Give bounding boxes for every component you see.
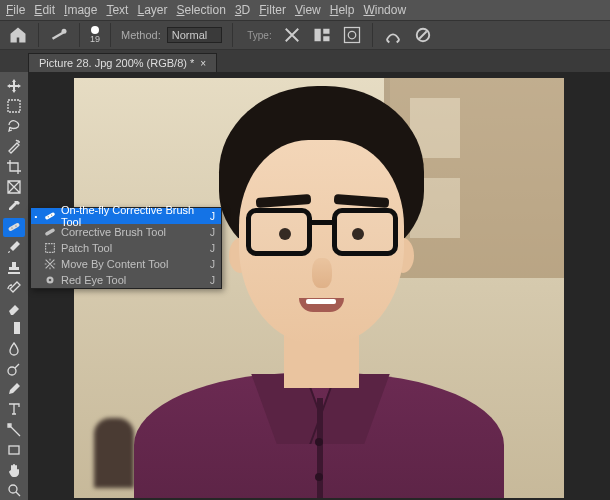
method-control: Method: Normal: [121, 27, 222, 43]
close-icon[interactable]: ×: [200, 58, 206, 69]
brush-preview-icon: [91, 26, 99, 34]
image-button: [315, 473, 323, 481]
svg-rect-9: [8, 223, 20, 232]
menu-filter[interactable]: Filter: [259, 3, 286, 17]
type-option-a[interactable]: [282, 25, 302, 45]
svg-point-19: [51, 215, 52, 216]
separator: [232, 23, 233, 47]
flyout-item-label: Red Eye Tool: [61, 274, 126, 286]
svg-point-11: [15, 226, 16, 227]
menu-bar: File Edit Image Text Layer Selection 3D …: [0, 0, 610, 20]
blur-tool[interactable]: [3, 339, 25, 358]
separator: [38, 23, 39, 47]
flyout-item[interactable]: Corrective Brush ToolJ: [31, 224, 221, 240]
tool-flyout-menu: •On-the-fly Corrective Brush ToolJCorrec…: [30, 207, 222, 289]
menu-edit[interactable]: Edit: [34, 3, 55, 17]
separator: [372, 23, 373, 47]
marquee-tool[interactable]: [3, 96, 25, 115]
pen-tool[interactable]: [3, 380, 25, 399]
flyout-item-label: Move By Content Tool: [61, 258, 168, 270]
brush-size-picker[interactable]: 19: [90, 26, 100, 44]
document-tab-bar: Picture 28. Jpg 200% (RGB/8) * ×: [0, 50, 610, 72]
svg-point-18: [48, 216, 49, 217]
method-select[interactable]: Normal: [167, 27, 222, 43]
svg-rect-3: [323, 29, 329, 34]
image-button: [315, 438, 323, 446]
image-placket: [317, 398, 323, 498]
method-label: Method:: [121, 29, 161, 41]
diffusion-icon[interactable]: [413, 25, 433, 45]
svg-point-6: [348, 31, 356, 39]
frame-tool[interactable]: [3, 177, 25, 196]
image-bg-person: [94, 418, 134, 488]
svg-rect-17: [45, 212, 56, 220]
path-select-tool[interactable]: [3, 420, 25, 439]
svg-rect-15: [9, 446, 19, 454]
hand-tool[interactable]: [3, 460, 25, 479]
flyout-item-label: Patch Tool: [61, 242, 112, 254]
menu-image[interactable]: Image: [64, 3, 97, 17]
history-brush-tool[interactable]: [3, 278, 25, 297]
healing-brush-tool[interactable]: [3, 218, 25, 237]
svg-rect-13: [8, 322, 14, 334]
dodge-tool[interactable]: [3, 359, 25, 378]
separator: [110, 23, 111, 47]
pressure-icon[interactable]: [383, 25, 403, 45]
svg-rect-4: [323, 36, 329, 41]
svg-rect-5: [344, 28, 359, 43]
bandage2-icon: [43, 225, 57, 239]
menu-view[interactable]: View: [295, 3, 321, 17]
menu-selection[interactable]: Selection: [176, 3, 225, 17]
flyout-item[interactable]: Red Eye ToolJ: [31, 272, 221, 288]
flyout-shortcut: J: [210, 275, 215, 286]
menu-layer[interactable]: Layer: [137, 3, 167, 17]
bandage-icon: [43, 209, 57, 223]
image-glasses: [246, 208, 398, 256]
movecontent-icon: [43, 257, 57, 271]
crop-tool[interactable]: [3, 157, 25, 176]
svg-rect-2: [314, 29, 320, 42]
svg-rect-8: [8, 100, 20, 112]
redeye-icon: [43, 273, 57, 287]
menu-file[interactable]: File: [6, 3, 25, 17]
patch-icon: [43, 241, 57, 255]
image-teeth: [306, 299, 336, 304]
eraser-tool[interactable]: [3, 299, 25, 318]
svg-rect-21: [46, 244, 55, 253]
zoom-tool[interactable]: [3, 481, 25, 500]
brush-tool[interactable]: [3, 238, 25, 257]
brush-size-value: 19: [90, 34, 100, 44]
type-tool[interactable]: [3, 400, 25, 419]
flyout-shortcut: J: [210, 227, 215, 238]
menu-window[interactable]: Window: [363, 3, 406, 17]
sample-all-layers[interactable]: [342, 25, 362, 45]
flyout-shortcut: J: [210, 211, 215, 222]
flyout-item-label: Corrective Brush Tool: [61, 226, 166, 238]
type-option-b[interactable]: [312, 25, 332, 45]
eyedropper-tool[interactable]: [3, 197, 25, 216]
document-tab[interactable]: Picture 28. Jpg 200% (RGB/8) * ×: [28, 53, 217, 72]
menu-3d[interactable]: 3D: [235, 3, 250, 17]
svg-rect-20: [45, 228, 56, 236]
flyout-item[interactable]: Move By Content ToolJ: [31, 256, 221, 272]
separator: [79, 23, 80, 47]
move-tool[interactable]: [3, 76, 25, 95]
document-tab-title: Picture 28. Jpg 200% (RGB/8) *: [39, 57, 194, 69]
svg-point-16: [9, 485, 17, 493]
menu-help[interactable]: Help: [330, 3, 355, 17]
magic-wand-tool[interactable]: [3, 137, 25, 156]
home-button[interactable]: [8, 25, 28, 45]
flyout-item[interactable]: Patch ToolJ: [31, 240, 221, 256]
clone-stamp-tool[interactable]: [3, 258, 25, 277]
gradient-tool[interactable]: [3, 319, 25, 338]
image-nose: [312, 258, 332, 288]
menu-text[interactable]: Text: [106, 3, 128, 17]
svg-point-10: [11, 228, 12, 229]
tool-palette: [0, 72, 28, 500]
rectangle-tool[interactable]: [3, 440, 25, 459]
svg-point-14: [8, 367, 16, 375]
flyout-item[interactable]: •On-the-fly Corrective Brush ToolJ: [31, 208, 221, 224]
lasso-tool[interactable]: [3, 116, 25, 135]
svg-point-23: [49, 279, 52, 282]
tool-preset-icon[interactable]: [49, 25, 69, 45]
